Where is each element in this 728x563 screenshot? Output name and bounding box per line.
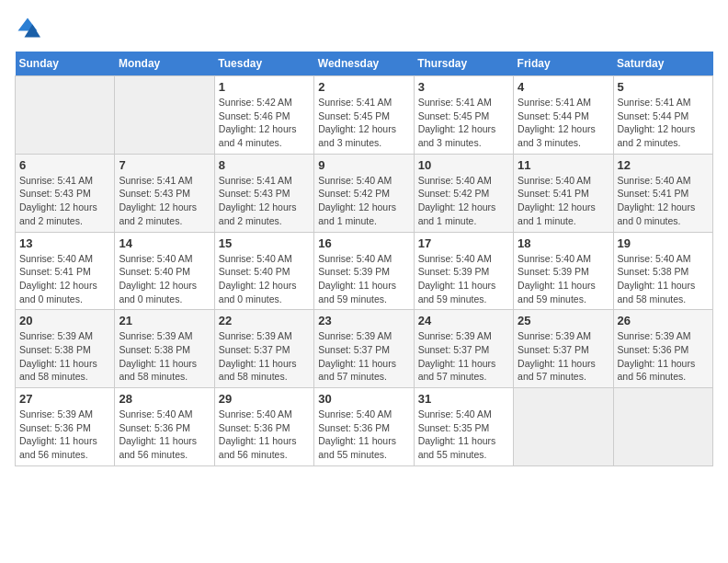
calendar-cell: 31Sunrise: 5:40 AMSunset: 5:35 PMDayligh…: [414, 388, 513, 466]
calendar-cell: 29Sunrise: 5:40 AMSunset: 5:36 PMDayligh…: [214, 388, 313, 466]
day-info: Sunrise: 5:40 AMSunset: 5:41 PMDaylight:…: [518, 174, 609, 228]
day-info: Sunrise: 5:40 AMSunset: 5:39 PMDaylight:…: [318, 252, 409, 306]
calendar-cell: 12Sunrise: 5:40 AMSunset: 5:41 PMDayligh…: [613, 154, 712, 232]
day-info: Sunrise: 5:40 AMSunset: 5:40 PMDaylight:…: [119, 252, 210, 306]
day-info: Sunrise: 5:40 AMSunset: 5:35 PMDaylight:…: [418, 408, 509, 462]
calendar-cell: 26Sunrise: 5:39 AMSunset: 5:36 PMDayligh…: [613, 310, 712, 388]
day-number: 18: [518, 236, 609, 250]
weekday-header-monday: Monday: [115, 52, 214, 76]
weekday-header-wednesday: Wednesday: [314, 52, 414, 76]
day-number: 22: [219, 314, 310, 327]
weekday-header-sunday: Sunday: [16, 52, 115, 76]
calendar-cell: 15Sunrise: 5:40 AMSunset: 5:40 PMDayligh…: [214, 232, 313, 310]
day-info: Sunrise: 5:41 AMSunset: 5:45 PMDaylight:…: [318, 96, 409, 150]
day-info: Sunrise: 5:39 AMSunset: 5:38 PMDaylight:…: [19, 329, 110, 384]
calendar-cell: 25Sunrise: 5:39 AMSunset: 5:37 PMDayligh…: [514, 310, 613, 388]
day-number: 19: [618, 236, 709, 250]
day-info: Sunrise: 5:40 AMSunset: 5:39 PMDaylight:…: [418, 252, 509, 306]
calendar-cell: 9Sunrise: 5:40 AMSunset: 5:42 PMDaylight…: [314, 154, 414, 232]
calendar-cell: [16, 76, 115, 155]
calendar-cell: 6Sunrise: 5:41 AMSunset: 5:43 PMDaylight…: [16, 154, 115, 232]
day-info: Sunrise: 5:39 AMSunset: 5:37 PMDaylight:…: [318, 329, 409, 384]
logo: [15, 15, 44, 40]
calendar-week-row: 27Sunrise: 5:39 AMSunset: 5:36 PMDayligh…: [16, 388, 713, 466]
calendar-cell: 28Sunrise: 5:40 AMSunset: 5:36 PMDayligh…: [115, 388, 214, 466]
calendar-cell: [115, 76, 214, 155]
calendar-cell: 20Sunrise: 5:39 AMSunset: 5:38 PMDayligh…: [16, 310, 115, 388]
calendar-cell: 30Sunrise: 5:40 AMSunset: 5:36 PMDayligh…: [314, 388, 414, 466]
day-number: 21: [119, 314, 210, 327]
day-number: 3: [418, 80, 509, 94]
day-info: Sunrise: 5:40 AMSunset: 5:38 PMDaylight:…: [618, 252, 709, 306]
calendar-cell: 1Sunrise: 5:42 AMSunset: 5:46 PMDaylight…: [214, 76, 313, 155]
calendar-week-row: 1Sunrise: 5:42 AMSunset: 5:46 PMDaylight…: [16, 76, 713, 155]
calendar-week-row: 13Sunrise: 5:40 AMSunset: 5:41 PMDayligh…: [16, 232, 713, 310]
day-info: Sunrise: 5:41 AMSunset: 5:43 PMDaylight:…: [19, 174, 110, 228]
day-number: 20: [19, 314, 110, 327]
calendar-cell: 27Sunrise: 5:39 AMSunset: 5:36 PMDayligh…: [16, 388, 115, 466]
day-info: Sunrise: 5:41 AMSunset: 5:45 PMDaylight:…: [418, 96, 509, 150]
day-number: 29: [219, 392, 310, 406]
day-number: 27: [19, 392, 110, 406]
day-info: Sunrise: 5:39 AMSunset: 5:36 PMDaylight:…: [19, 408, 110, 462]
day-number: 10: [418, 158, 509, 172]
calendar-week-row: 20Sunrise: 5:39 AMSunset: 5:38 PMDayligh…: [16, 310, 713, 388]
calendar-cell: 10Sunrise: 5:40 AMSunset: 5:42 PMDayligh…: [414, 154, 513, 232]
calendar-cell: [514, 388, 613, 466]
day-info: Sunrise: 5:39 AMSunset: 5:37 PMDaylight:…: [418, 329, 509, 384]
day-number: 26: [618, 314, 709, 327]
calendar-cell: 14Sunrise: 5:40 AMSunset: 5:40 PMDayligh…: [115, 232, 214, 310]
calendar-cell: 5Sunrise: 5:41 AMSunset: 5:44 PMDaylight…: [613, 76, 712, 155]
calendar-cell: 8Sunrise: 5:41 AMSunset: 5:43 PMDaylight…: [214, 154, 313, 232]
calendar-cell: 17Sunrise: 5:40 AMSunset: 5:39 PMDayligh…: [414, 232, 513, 310]
weekday-header-tuesday: Tuesday: [214, 52, 313, 76]
day-info: Sunrise: 5:39 AMSunset: 5:37 PMDaylight:…: [518, 329, 609, 384]
calendar-cell: 19Sunrise: 5:40 AMSunset: 5:38 PMDayligh…: [613, 232, 712, 310]
day-number: 16: [318, 236, 409, 250]
weekday-header-friday: Friday: [514, 52, 613, 76]
day-info: Sunrise: 5:40 AMSunset: 5:41 PMDaylight:…: [19, 252, 110, 306]
day-info: Sunrise: 5:41 AMSunset: 5:44 PMDaylight:…: [518, 96, 609, 150]
day-number: 25: [518, 314, 609, 327]
day-number: 5: [618, 80, 709, 94]
day-number: 2: [318, 80, 409, 94]
calendar-cell: 13Sunrise: 5:40 AMSunset: 5:41 PMDayligh…: [16, 232, 115, 310]
calendar-cell: 22Sunrise: 5:39 AMSunset: 5:37 PMDayligh…: [214, 310, 313, 388]
calendar-cell: 21Sunrise: 5:39 AMSunset: 5:38 PMDayligh…: [115, 310, 214, 388]
day-number: 13: [19, 236, 110, 250]
day-number: 24: [418, 314, 509, 327]
day-info: Sunrise: 5:41 AMSunset: 5:43 PMDaylight:…: [119, 174, 210, 228]
day-number: 6: [19, 158, 110, 172]
day-number: 15: [219, 236, 310, 250]
calendar-cell: 11Sunrise: 5:40 AMSunset: 5:41 PMDayligh…: [514, 154, 613, 232]
day-number: 30: [318, 392, 409, 406]
day-number: 1: [219, 80, 310, 94]
day-info: Sunrise: 5:40 AMSunset: 5:41 PMDaylight:…: [618, 174, 709, 228]
page-header: [15, 15, 713, 40]
day-number: 17: [418, 236, 509, 250]
weekday-header-thursday: Thursday: [414, 52, 513, 76]
day-info: Sunrise: 5:40 AMSunset: 5:39 PMDaylight:…: [518, 252, 609, 306]
day-info: Sunrise: 5:41 AMSunset: 5:44 PMDaylight:…: [618, 96, 709, 150]
calendar-cell: 18Sunrise: 5:40 AMSunset: 5:39 PMDayligh…: [514, 232, 613, 310]
calendar-cell: 24Sunrise: 5:39 AMSunset: 5:37 PMDayligh…: [414, 310, 513, 388]
day-info: Sunrise: 5:40 AMSunset: 5:42 PMDaylight:…: [418, 174, 509, 228]
day-info: Sunrise: 5:40 AMSunset: 5:36 PMDaylight:…: [119, 408, 210, 462]
day-number: 28: [119, 392, 210, 406]
day-number: 4: [518, 80, 609, 94]
weekday-header-row: SundayMondayTuesdayWednesdayThursdayFrid…: [16, 52, 713, 76]
calendar-cell: 16Sunrise: 5:40 AMSunset: 5:39 PMDayligh…: [314, 232, 414, 310]
weekday-header-saturday: Saturday: [613, 52, 712, 76]
calendar-table: SundayMondayTuesdayWednesdayThursdayFrid…: [15, 52, 713, 466]
day-number: 7: [119, 158, 210, 172]
day-number: 9: [318, 158, 409, 172]
calendar-cell: 4Sunrise: 5:41 AMSunset: 5:44 PMDaylight…: [514, 76, 613, 155]
day-info: Sunrise: 5:40 AMSunset: 5:36 PMDaylight:…: [219, 408, 310, 462]
day-info: Sunrise: 5:39 AMSunset: 5:38 PMDaylight:…: [119, 329, 210, 384]
logo-icon: [15, 15, 40, 40]
day-info: Sunrise: 5:40 AMSunset: 5:36 PMDaylight:…: [318, 408, 409, 462]
day-info: Sunrise: 5:39 AMSunset: 5:36 PMDaylight:…: [618, 329, 709, 384]
day-number: 23: [318, 314, 409, 327]
calendar-cell: 23Sunrise: 5:39 AMSunset: 5:37 PMDayligh…: [314, 310, 414, 388]
day-number: 8: [219, 158, 310, 172]
